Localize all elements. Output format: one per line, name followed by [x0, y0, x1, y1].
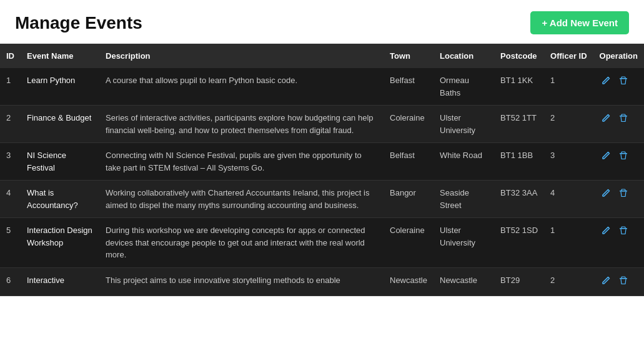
- cell-postcode: BT52 1SD: [494, 218, 544, 268]
- page-header: Manage Events + Add New Event: [0, 0, 644, 44]
- cell-description: A course that allows pupil to learn Pyth…: [99, 68, 384, 106]
- table-row: 3NI Science FestivalConnecting with NI S…: [0, 143, 644, 181]
- delete-icon: [618, 151, 628, 161]
- delete-icon: [618, 276, 628, 286]
- cell-operation: [593, 218, 644, 268]
- table-row: 1Learn PythonA course that allows pupil …: [0, 68, 644, 106]
- col-operation: Operation: [593, 44, 644, 68]
- cell-location: Ulster University: [433, 106, 494, 143]
- add-new-event-button[interactable]: + Add New Event: [530, 11, 629, 34]
- cell-description: During this workshop we are developing c…: [99, 218, 384, 268]
- svg-rect-2: [620, 153, 627, 154]
- delete-icon: [618, 113, 628, 123]
- cell-event-name: What is Accountancy?: [21, 181, 99, 218]
- edit-button[interactable]: [600, 274, 612, 289]
- col-postcode: Postcode: [494, 44, 544, 68]
- cell-officer-id: 3: [544, 143, 593, 181]
- delete-icon: [618, 76, 628, 86]
- edit-button[interactable]: [600, 224, 612, 239]
- delete-button[interactable]: [617, 224, 630, 239]
- delete-button[interactable]: [617, 112, 630, 127]
- cell-officer-id: 1: [544, 218, 593, 268]
- cell-postcode: BT1 1BB: [494, 143, 544, 181]
- edit-button[interactable]: [600, 187, 612, 202]
- table-header: ID Event Name Description Town Location …: [0, 44, 644, 68]
- table-row: 2Finance & BudgetSeries of interactive a…: [0, 106, 644, 143]
- cell-town: Belfast: [384, 143, 433, 181]
- cell-postcode: BT1 1KK: [494, 68, 544, 106]
- cell-operation: [593, 143, 644, 181]
- cell-operation: [593, 181, 644, 218]
- cell-id: 4: [0, 181, 21, 218]
- cell-id: 5: [0, 218, 21, 268]
- cell-operation: [593, 106, 644, 143]
- svg-rect-4: [620, 228, 627, 229]
- edit-icon: [601, 226, 611, 236]
- edit-icon: [601, 76, 611, 86]
- delete-button[interactable]: [617, 149, 630, 164]
- cell-location: Seaside Street: [433, 181, 494, 218]
- cell-location: Newcastle: [433, 267, 494, 296]
- table-row: 4What is Accountancy?Working collaborati…: [0, 181, 644, 218]
- edit-icon: [601, 151, 611, 161]
- edit-button[interactable]: [600, 149, 612, 164]
- cell-location: Ormeau Baths: [433, 68, 494, 106]
- cell-town: Belfast: [384, 68, 433, 106]
- cell-id: 6: [0, 267, 21, 296]
- cell-officer-id: 1: [544, 68, 593, 106]
- cell-operation: [593, 68, 644, 106]
- table-row: 6InteractiveThis project aims to use inn…: [0, 267, 644, 296]
- cell-event-name: Finance & Budget: [21, 106, 99, 143]
- cell-officer-id: 2: [544, 106, 593, 143]
- cell-id: 2: [0, 106, 21, 143]
- cell-description: This project aims to use innovative stor…: [99, 267, 384, 296]
- cell-officer-id: 4: [544, 181, 593, 218]
- events-table: ID Event Name Description Town Location …: [0, 44, 644, 296]
- svg-rect-0: [620, 78, 627, 79]
- cell-postcode: BT32 3AA: [494, 181, 544, 218]
- cell-location: Ulster University: [433, 218, 494, 268]
- cell-location: White Road: [433, 143, 494, 181]
- svg-rect-3: [620, 191, 627, 192]
- edit-icon: [601, 188, 611, 198]
- col-id: ID: [0, 44, 21, 68]
- cell-officer-id: 2: [544, 267, 593, 296]
- cell-event-name: NI Science Festival: [21, 143, 99, 181]
- col-officer-id: Officer ID: [544, 44, 593, 68]
- col-description: Description: [99, 44, 384, 68]
- cell-description: Connecting with NI Science Festival, pup…: [99, 143, 384, 181]
- col-event-name: Event Name: [21, 44, 99, 68]
- cell-town: Coleraine: [384, 218, 433, 268]
- cell-event-name: Interactive: [21, 267, 99, 296]
- cell-town: Newcastle: [384, 267, 433, 296]
- edit-button[interactable]: [600, 74, 612, 89]
- delete-icon: [618, 226, 628, 236]
- delete-button[interactable]: [617, 74, 630, 89]
- svg-rect-5: [620, 278, 627, 279]
- edit-button[interactable]: [600, 112, 612, 127]
- delete-button[interactable]: [617, 187, 630, 202]
- cell-id: 1: [0, 68, 21, 106]
- cell-town: Coleraine: [384, 106, 433, 143]
- edit-icon: [601, 276, 611, 286]
- page-title: Manage Events: [15, 13, 142, 33]
- table-row: 5Interaction Design WorkshopDuring this …: [0, 218, 644, 268]
- edit-icon: [601, 113, 611, 123]
- cell-postcode: BT52 1TT: [494, 106, 544, 143]
- col-town: Town: [384, 44, 433, 68]
- cell-event-name: Interaction Design Workshop: [21, 218, 99, 268]
- cell-id: 3: [0, 143, 21, 181]
- table-body: 1Learn PythonA course that allows pupil …: [0, 68, 644, 296]
- delete-icon: [618, 188, 628, 198]
- cell-town: Bangor: [384, 181, 433, 218]
- svg-rect-1: [620, 116, 627, 117]
- delete-button[interactable]: [617, 274, 630, 289]
- col-location: Location: [433, 44, 494, 68]
- cell-operation: [593, 267, 644, 296]
- cell-postcode: BT29: [494, 267, 544, 296]
- cell-description: Working collaboratively with Chartered A…: [99, 181, 384, 218]
- cell-event-name: Learn Python: [21, 68, 99, 106]
- cell-description: Series of interactive activities, partic…: [99, 106, 384, 143]
- events-table-wrap: ID Event Name Description Town Location …: [0, 44, 644, 296]
